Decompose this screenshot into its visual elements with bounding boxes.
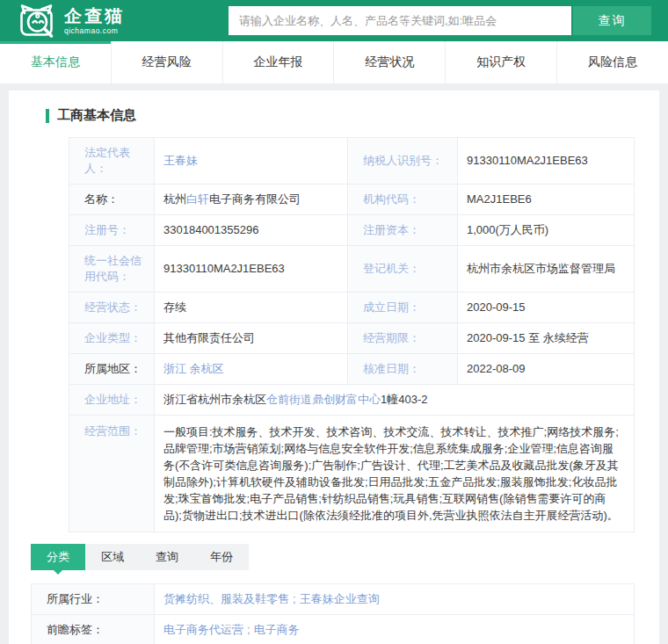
field-label-approval-date: 核准日期： (348, 354, 458, 384)
table-row: 法定代表人： 王春妹 纳税人识别号： 91330110MA2J1EBE63 (69, 138, 634, 184)
qichamao-logo[interactable]: 企查猫 qichamao.com (18, 4, 125, 39)
address-prefix: 浙江省杭州市余杭区 (163, 392, 266, 408)
field-label-business-scope: 经营范围： (69, 416, 155, 532)
table-row: 企业地址： 浙江省杭州市余杭区仓前街道鼎创财富中心1幢403-2 (69, 384, 634, 415)
field-value-address: 浙江省杭州市余杭区仓前街道鼎创财富中心1幢403-2 (155, 385, 634, 415)
field-label-org-code: 机构代码： (348, 185, 458, 214)
filter-tab-year[interactable]: 年份 (194, 544, 249, 570)
field-value-legal-rep: 王春妹 (155, 138, 348, 184)
field-label-legal-rep: 法定代表人： (69, 138, 155, 184)
logo-subtitle: qichamao.com (64, 26, 125, 35)
field-value-taxpayer-id: 91330110MA2J1EBE63 (458, 138, 634, 184)
table-row: 所属地区： 浙江 余杭区 核准日期： 2022-08-09 (69, 353, 634, 384)
address-building-link[interactable]: 仓前街道鼎创财富中心 (266, 392, 381, 408)
tab-risk-info[interactable]: 风险信息 (556, 41, 668, 83)
field-value-operate-term: 2020-09-15 至 永续经营 (458, 323, 634, 353)
cat-magnifier-logo-icon (18, 4, 58, 39)
filter-tab-region[interactable]: 区域 (85, 544, 140, 570)
company-name-highlight: 白轩 (186, 192, 209, 207)
logo-title: 企查猫 (64, 7, 125, 25)
region-link[interactable]: 浙江 余杭区 (163, 361, 224, 377)
field-value-business-scope: 一般项目:技术服务、技术开发、技术咨询、技术交流、技术转让、技术推广;网络技术服… (155, 416, 634, 532)
section-accent-bar (46, 109, 49, 123)
field-value-reg-number: 330184001355296 (155, 215, 348, 245)
main-nav: 基本信息 经营风险 企业年报 经营状况 知识产权 风险信息 (0, 41, 668, 83)
field-label-status: 经营状态： (69, 293, 155, 322)
industry-link[interactable]: 货摊纺织、服装及鞋零售 (163, 591, 289, 607)
search-input[interactable] (229, 6, 571, 35)
section-header: 工商基本信息 (9, 90, 659, 137)
field-label-company-name: 名称： (69, 185, 155, 214)
field-value-approval-date: 2022-08-09 (458, 354, 634, 384)
field-label-reg-capital: 注册资本： (348, 215, 458, 245)
field-label-taxpayer-id: 纳税人识别号： (348, 138, 458, 184)
tab-annual-report[interactable]: 企业年报 (222, 41, 334, 83)
table-row: 名称： 杭州白轩电子商务有限公司 机构代码： MA2J1EBE6 (69, 184, 634, 214)
filter-tab-category[interactable]: 分类 (31, 544, 85, 570)
field-value-industry: 货摊纺织、服装及鞋零售;王春妹企业查询 (155, 584, 634, 614)
business-scope-text: 一般项目:技术服务、技术开发、技术咨询、技术交流、技术转让、技术推广;网络技术服… (163, 423, 625, 525)
tab-operating-status[interactable]: 经营状况 (333, 41, 445, 83)
field-label-reg-authority: 登记机关： (348, 246, 458, 292)
field-label-industry: 所属行业： (32, 584, 155, 614)
table-row: 企业类型： 其他有限责任公司 经营期限： 2020-09-15 至 永续经营 (69, 322, 634, 353)
search-button[interactable]: 查询 (573, 6, 651, 35)
tab-basic-info[interactable]: 基本信息 (0, 41, 111, 83)
field-label-credit-code: 统一社会信用代码： (69, 246, 155, 292)
tab-intellectual-property[interactable]: 知识产权 (445, 41, 556, 83)
link-separator: ; (293, 591, 296, 607)
table-row: 经营状态： 存续 成立日期： 2020-09-15 (69, 292, 634, 322)
link-separator: ; (247, 622, 250, 638)
field-value-qianzhan-tags: 电子商务代运营;电子商务 (155, 615, 634, 644)
tags-table: 所属行业： 货摊纺织、服装及鞋零售;王春妹企业查询 前瞻标签： 电子商务代运营;… (31, 583, 635, 644)
company-name-prefix: 杭州 (163, 192, 186, 207)
table-row: 统一社会信用代码： 91330110MA2J1EBE63 登记机关： 杭州市余杭… (69, 245, 634, 292)
table-row: 前瞻标签： 电子商务代运营;电子商务 (32, 614, 634, 644)
app-header: 企查猫 qichamao.com 查询 (0, 0, 668, 41)
tag-link[interactable]: 电子商务 (254, 622, 300, 638)
table-row: 所属行业： 货摊纺织、服装及鞋零售;王春妹企业查询 (32, 584, 634, 614)
legal-rep-link[interactable]: 王春妹 (163, 153, 198, 169)
field-value-company-name: 杭州白轩电子商务有限公司 (155, 185, 348, 214)
field-label-operate-term: 经营期限： (348, 323, 458, 353)
address-suffix: 1幢403-2 (381, 392, 427, 408)
field-value-status: 存续 (155, 293, 348, 322)
field-value-company-type: 其他有限责任公司 (155, 323, 348, 353)
field-label-qianzhan-tags: 前瞻标签： (32, 615, 155, 644)
field-label-region: 所属地区： (69, 354, 155, 384)
field-value-reg-capital: 1,000(万人民币) (458, 215, 634, 245)
field-value-region: 浙江 余杭区 (155, 354, 348, 384)
industry-link[interactable]: 王春妹企业查询 (300, 591, 380, 607)
tag-link[interactable]: 电子商务代运营 (163, 622, 243, 638)
filter-tab-query[interactable]: 查询 (140, 544, 194, 570)
field-value-establish-date: 2020-09-15 (458, 293, 634, 322)
search-bar: 查询 (229, 6, 651, 35)
field-label-address: 企业地址： (69, 385, 155, 415)
field-label-company-type: 企业类型： (69, 323, 155, 353)
logo-text: 企查猫 qichamao.com (64, 7, 125, 35)
company-name-suffix: 电子商务有限公司 (209, 192, 301, 207)
field-label-establish-date: 成立日期： (348, 293, 458, 322)
section-title: 工商基本信息 (57, 107, 136, 124)
field-label-reg-number: 注册号： (69, 215, 155, 245)
field-value-credit-code: 91330110MA2J1EBE63 (155, 246, 348, 292)
tab-operating-risk[interactable]: 经营风险 (111, 41, 222, 83)
table-row: 注册号： 330184001355296 注册资本： 1,000(万人民币) (69, 214, 634, 245)
business-info-table: 法定代表人： 王春妹 纳税人识别号： 91330110MA2J1EBE63 名称… (69, 137, 635, 532)
table-row: 经营范围： 一般项目:技术服务、技术开发、技术咨询、技术交流、技术转让、技术推广… (69, 415, 634, 532)
content-card: 工商基本信息 法定代表人： 王春妹 纳税人识别号： 91330110MA2J1E… (9, 90, 659, 644)
filter-tabs: 分类 区域 查询 年份 (31, 544, 249, 570)
field-value-org-code: MA2J1EBE6 (458, 185, 634, 214)
field-value-reg-authority: 杭州市余杭区市场监督管理局 (458, 246, 634, 292)
